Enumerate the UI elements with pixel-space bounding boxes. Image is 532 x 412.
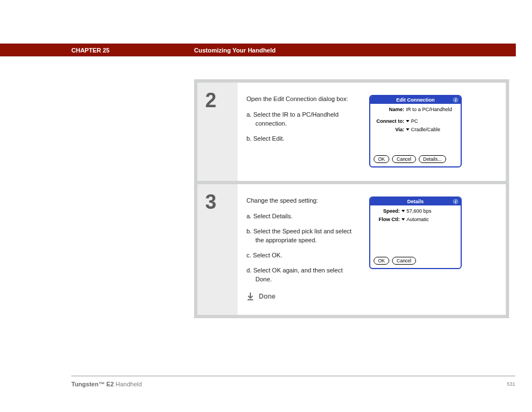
chapter-title: Customizing Your Handheld [194, 47, 275, 54]
row-label: Flow Ctl: [374, 217, 400, 222]
step-body: Change the speed setting: a. Select Deta… [238, 184, 506, 315]
row-label: Speed: [374, 208, 400, 214]
substep: b. Select Edit. [246, 135, 358, 143]
dialog-titlebar: Details i [370, 198, 461, 205]
row-label: Connect to: [374, 118, 404, 124]
header-bar: CHAPTER 25 Customizing Your Handheld [0, 44, 532, 56]
product-name-rest: Handheld [114, 381, 142, 387]
dialog-row: Via: Cradle/Cable [374, 127, 457, 132]
dialog-titlebar: Edit Connection i [370, 96, 461, 104]
dialog-body: Name: IR to a PC/Handheld Connect to: PC [370, 104, 461, 153]
row-value-text: Automatic [407, 217, 429, 222]
row-dropdown[interactable]: 57,600 bps [402, 208, 432, 214]
substep: d. Select OK again, and then select Done… [246, 266, 358, 284]
steps-block: 2 Open the Edit Connection dialog box: a… [194, 79, 509, 318]
dialog-row: Name: IR to a PC/Handheld [374, 107, 457, 112]
chevron-down-icon [406, 128, 409, 131]
details-button[interactable]: Details... [419, 155, 446, 163]
palm-dialog-details: Details i Speed: 57,600 bps Flow Ctl: [369, 197, 462, 269]
instructions: Open the Edit Connection dialog box: a. … [246, 95, 358, 167]
palm-dialog-edit-connection: Edit Connection i Name: IR to a PC/Handh… [369, 95, 462, 167]
ok-button[interactable]: OK [374, 257, 389, 265]
row-dropdown[interactable]: Cradle/Cable [406, 127, 441, 132]
row-value-text: IR to a PC/Handheld [406, 107, 452, 112]
footer-product: Tungsten™ E2 Handheld [71, 381, 142, 387]
done-label: Done [259, 292, 275, 301]
step-row: 3 Change the speed setting: a. Select De… [197, 184, 506, 315]
substep: a. Select Details. [246, 212, 358, 221]
ok-button[interactable]: OK [374, 155, 389, 163]
done-marker: Done [246, 292, 358, 301]
dialog-row: Flow Ctl: Automatic [374, 217, 457, 222]
dialog-title: Edit Connection [396, 97, 435, 103]
done-arrow-icon [246, 292, 254, 301]
cancel-button[interactable]: Cancel [392, 257, 415, 265]
dialog-buttons: OK Cancel [370, 255, 461, 268]
footer-rule [71, 376, 515, 376]
row-value-text: PC [411, 118, 418, 124]
step-row: 2 Open the Edit Connection dialog box: a… [197, 83, 506, 184]
row-label: Via: [374, 127, 404, 132]
row-value-text: Cradle/Cable [411, 127, 441, 132]
instructions: Change the speed setting: a. Select Deta… [246, 197, 358, 301]
cancel-button[interactable]: Cancel [392, 155, 415, 163]
product-name-bold: Tungsten™ E2 [71, 381, 114, 387]
chevron-down-icon [406, 120, 409, 122]
dialog-row: Speed: 57,600 bps [374, 208, 457, 214]
dialog-row: Connect to: PC [374, 118, 457, 124]
step-number: 3 [205, 192, 238, 212]
info-icon[interactable]: i [453, 199, 458, 204]
step-body: Open the Edit Connection dialog box: a. … [238, 83, 506, 181]
row-dropdown[interactable]: PC [406, 118, 418, 124]
step-intro: Open the Edit Connection dialog box: [246, 95, 358, 104]
row-label: Name: [374, 107, 404, 112]
dialog-title: Details [407, 199, 424, 204]
substep: b. Select the Speed pick list and select… [246, 227, 358, 245]
row-value-text: 57,600 bps [407, 208, 432, 214]
dialog-buttons: OK Cancel Details... [370, 153, 461, 166]
substep: c. Select OK. [246, 251, 358, 260]
chapter-label: CHAPTER 25 [71, 47, 109, 54]
row-dropdown[interactable]: Automatic [402, 217, 429, 222]
step-number: 2 [205, 90, 238, 111]
step-number-cell: 2 [197, 83, 238, 181]
info-icon[interactable]: i [453, 97, 458, 103]
chevron-down-icon [402, 218, 405, 221]
chevron-down-icon [402, 210, 405, 212]
step-number-cell: 3 [197, 184, 238, 315]
dialog-body: Speed: 57,600 bps Flow Ctl: Automatic [370, 205, 461, 255]
row-value: IR to a PC/Handheld [406, 107, 452, 112]
page-number: 531 [507, 381, 515, 387]
substep: a. Select the IR to a PC/Handheld connec… [246, 111, 358, 128]
step-intro: Change the speed setting: [246, 197, 358, 205]
